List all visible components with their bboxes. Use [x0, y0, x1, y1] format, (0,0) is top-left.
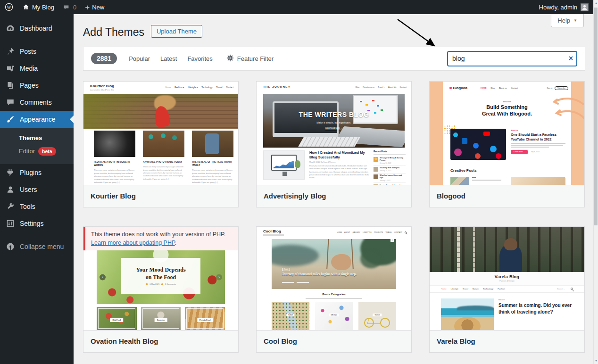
sidebar-item-users[interactable]: Users [0, 181, 74, 198]
site-name: My Blog [32, 4, 54, 11]
preview-article: How I Created And Monetized My Blog Succ… [309, 150, 370, 182]
theme-search-input[interactable] [447, 51, 577, 66]
scrollbar[interactable]: ▲ ▼ [593, 0, 598, 364]
dashboard-icon [6, 24, 15, 33]
theme-name: Advertisingly Blog [264, 192, 326, 200]
sidebar-item-media[interactable]: Media [0, 60, 74, 77]
preview-site-title: Cool Blog [263, 229, 284, 233]
pages-icon [6, 81, 15, 90]
sliders-icon [6, 219, 15, 228]
theme-card-advertisingly-blog[interactable]: THE JOURNEY Blog Randomness Travel ▾ Abo… [256, 81, 412, 207]
sidebar-item-tools[interactable]: Tools [0, 198, 74, 215]
preview-tagline-placeholder [263, 234, 284, 236]
beta-badge: beta [38, 147, 56, 156]
theme-card-cool-blog[interactable]: Cool Blog HOME ABOUT GALLERY LIFESTYLE P… [256, 226, 412, 353]
filter-bar: 2881 Popular Latest Favorites Feature Fi… [83, 47, 585, 71]
main-content: Help ▼ Add Themes Upload Theme 2881 Popu… [74, 14, 593, 364]
sidebar-item-pages[interactable]: Pages [0, 77, 74, 94]
gear-icon [226, 54, 234, 63]
sidebar-item-posts[interactable]: Posts [0, 43, 74, 60]
submenu-item-themes[interactable]: Themes [0, 132, 74, 144]
feature-filter-toggle[interactable]: Feature Filter [226, 54, 274, 63]
wordpress-logo-icon: W [4, 2, 14, 12]
filter-popular[interactable]: Popular [129, 55, 150, 62]
new-content-menu[interactable]: + New [81, 0, 108, 14]
learn-more-button: Learn More → [511, 150, 528, 154]
preview-article-thumb [441, 298, 494, 330]
theme-screenshot: Blogood. HOME Blog About us Contact Sign… [430, 82, 584, 185]
plugin-icon [6, 168, 15, 177]
theme-count-badge: 2881 [91, 53, 117, 64]
clear-search-icon[interactable]: × [569, 55, 573, 62]
theme-card-ovation-health-blog[interactable]: This theme does not work with your versi… [83, 226, 239, 353]
preview-post: A VINTAGE PHOTO I MADE TODAY There are m… [143, 131, 184, 181]
chevron-down-icon: ▼ [573, 18, 577, 23]
preview-tagline: Just another WordPress Site [90, 89, 114, 91]
theme-screenshot: Kourtier Blog Just another WordPress Sit… [83, 82, 238, 185]
page-title: Add Themes [83, 25, 144, 40]
comments-icon [6, 98, 15, 107]
pin-icon [6, 47, 15, 56]
new-label: New [92, 4, 104, 11]
theme-name: Varela Blog [437, 337, 475, 345]
preview-article: About us One Should Start a Faceless You… [511, 130, 565, 154]
sidebar-item-plugins[interactable]: Plugins [0, 164, 74, 181]
preview-post: FLORA AS A MOTIF IN MODERN WORKS There a… [94, 131, 135, 184]
preview-article: Nature Summer is coming. Did you ever th… [498, 298, 575, 315]
sidebar-item-appearance[interactable]: Appearance [0, 111, 74, 128]
sidebar-item-dashboard[interactable]: Dashboard [0, 20, 74, 37]
theme-screenshot: Cool Blog HOME ABOUT GALLERY LIFESTYLE P… [257, 227, 411, 330]
preview-site-title: Kourtier Blog [90, 84, 114, 88]
help-button[interactable]: Help ▼ [551, 14, 584, 27]
brand-dot-icon [449, 87, 452, 89]
scrollbar-thumb[interactable] [594, 8, 598, 225]
preview-nav: Home Lifestyle Travel Nature Technology … [430, 285, 584, 293]
sidebar-item-settings[interactable]: Settings [0, 215, 74, 232]
howdy-greeting: Howdy, admin [539, 4, 577, 11]
preview-hero-image [430, 227, 584, 272]
preview-hero-image: THE WRITERS BLOG Make it simple, but sig… [263, 91, 405, 148]
upload-theme-button[interactable]: Upload Theme [151, 25, 202, 38]
collapse-menu-button[interactable]: Collapse menu [0, 238, 74, 255]
wordpress-admin-add-themes: W My Blog 0 + New Howdy, admin [0, 0, 598, 364]
theme-screenshot: Varela Blog Fashion & Design Home Lifest… [430, 227, 584, 330]
admin-bar: W My Blog 0 + New Howdy, admin [0, 0, 593, 14]
preview-recent-posts: Recent Posts The Joys Of Being A Morning… [374, 150, 406, 185]
comments-shortcut[interactable]: 0 [58, 0, 81, 14]
php-incompatibility-notice: This theme does not work with your versi… [83, 227, 238, 250]
user-icon [6, 185, 15, 194]
preview-site-title: THE JOURNEY [263, 85, 291, 88]
scroll-down-icon[interactable]: ▼ [594, 357, 598, 364]
theme-name: Blogood [437, 192, 465, 200]
update-php-link[interactable]: Learn more about updating PHP [91, 240, 175, 246]
theme-screenshot: THE JOURNEY Blog Randomness Travel ▾ Abo… [257, 82, 411, 185]
account-menu[interactable]: Howdy, admin [534, 3, 593, 11]
theme-card-varela-blog[interactable]: Varela Blog Fashion & Design Home Lifest… [429, 226, 585, 353]
filter-latest[interactable]: Latest [160, 55, 177, 62]
wordpress-logo-menu[interactable]: W [0, 0, 18, 14]
collapse-arrow-icon [6, 242, 15, 251]
preview-nav: HOME ABOUT GALLERY LIFESTYLE PROJECTS TR… [337, 232, 407, 233]
theme-name: Kourtier Blog [91, 192, 136, 200]
brush-icon [6, 115, 15, 124]
preview-site-title: Varela Blog [430, 274, 584, 279]
menu-separator [0, 37, 74, 43]
preview-section-title: Posts Categories [257, 293, 411, 296]
curved-arrows-decoration [550, 95, 584, 125]
avatar [581, 3, 589, 11]
scroll-up-icon[interactable]: ▲ [594, 0, 598, 7]
filter-favorites[interactable]: Favorites [187, 55, 212, 62]
visit-site-link[interactable]: My Blog [18, 0, 58, 14]
preview-hero-image: × Travel Journey of thousand miles begin… [272, 236, 396, 289]
preview-section-title: Creative Posts [450, 168, 477, 173]
sidebar-item-comments[interactable]: Comments [0, 94, 74, 111]
submenu-item-editor[interactable]: Editor beta [0, 144, 74, 158]
preview-article-thumb [263, 150, 305, 180]
theme-card-kourtier-blog[interactable]: Kourtier Blog Just another WordPress Sit… [83, 81, 239, 207]
media-icon [6, 64, 15, 73]
theme-grid: Kourtier Blog Just another WordPress Sit… [83, 81, 585, 353]
admin-sidebar: Dashboard Posts Media Pages Comments App… [0, 14, 74, 364]
wrench-icon [6, 202, 15, 211]
theme-card-blogood[interactable]: Blogood. HOME Blog About us Contact Sign… [429, 81, 585, 207]
preview-nav: Blog Randomness Travel ▾ About Me Contac… [356, 86, 407, 88]
